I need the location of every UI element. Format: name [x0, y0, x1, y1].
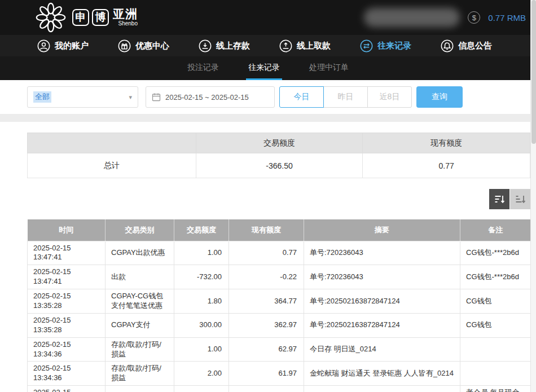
tab-betting-records[interactable]: 投注记录: [185, 56, 221, 80]
nav-item-deposit[interactable]: 线上存款: [199, 39, 250, 52]
summary-header-trade: 交易额度: [196, 133, 363, 153]
amount-cell: 58.00: [174, 386, 229, 392]
balance-cell: -0.22: [229, 265, 304, 289]
remark-cell: CG钱包: [460, 313, 531, 337]
chevron-down-icon: ▾: [129, 94, 132, 101]
currency-icon: $: [468, 11, 480, 24]
main-nav: 我的账户 优惠中心 线上存款 线上取款 往来记录 信息公告: [0, 35, 536, 56]
tab-transaction-records[interactable]: 往来记录: [246, 56, 282, 80]
nav-label: 信息公告: [458, 41, 492, 51]
sort-ascending-icon: [514, 193, 526, 205]
account-balance: 0.77 RMB: [488, 13, 526, 23]
balance-cell: 0.77: [229, 241, 304, 265]
sort-controls: [27, 189, 530, 209]
time-cell: 2025-02-15 13:34:36: [28, 337, 106, 362]
transactions-body: 2025-02-15 13:47:41CGPAY出款优惠1.000.77单号:7…: [28, 241, 531, 392]
brand-logo[interactable]: 申 博 亚洲 Shenbo: [35, 2, 138, 33]
nav-label: 优惠中心: [135, 41, 169, 51]
remark-cell: CG钱包: [460, 289, 531, 314]
header-time: 时间: [28, 219, 106, 241]
summary-cell: 今日存 明日送_0214: [304, 337, 460, 362]
blurred-username: [364, 8, 460, 27]
nav-item-withdraw[interactable]: 线上取款: [279, 39, 331, 52]
summary-header-row: 交易额度 现有额度: [28, 133, 530, 153]
calendar-icon: [152, 93, 161, 102]
summary-table: 交易额度 现有额度 总计 -366.50 0.77: [27, 133, 530, 178]
table-row: 2025-02-15 13:47:41CGPAY出款优惠1.000.77单号:7…: [28, 241, 531, 265]
scrollbar-thumb[interactable]: [531, 0, 536, 144]
remark-cell: 老会员 每月现金回馈: [460, 386, 531, 392]
category-cell: 存款/取款/打码/损益: [106, 362, 174, 386]
time-cell: 2025-02-15 13:35:28: [28, 289, 106, 314]
type-select[interactable]: 全部 ▾: [27, 86, 138, 108]
remark-cell: [460, 337, 531, 362]
summary-header-empty: [28, 133, 196, 153]
balance-cell: 362.97: [229, 313, 304, 337]
remark-cell: [460, 362, 531, 386]
bell-icon: [441, 39, 454, 52]
amount-cell: 1.80: [174, 289, 229, 314]
summary-cell: [304, 386, 460, 392]
summary-cell: 单号:202502163872847124: [304, 289, 460, 314]
summary-total-row: 总计 -366.50 0.77: [28, 153, 530, 178]
nav-label: 线上取款: [297, 41, 331, 51]
nav-item-my-account[interactable]: 我的账户: [37, 39, 89, 52]
sort-descending-button[interactable]: [489, 189, 509, 209]
summary-trade-total: -366.50: [196, 153, 363, 178]
nav-item-announcements[interactable]: 信息公告: [441, 39, 492, 52]
nav-item-transactions[interactable]: 往来记录: [360, 39, 411, 52]
summary-cell: 单号:202502163872847124: [304, 313, 460, 337]
table-row: 2025-02-15 13:35:28CGPAY-CG钱包支付笔笔送优惠1.80…: [28, 289, 531, 314]
amount-cell: 300.00: [174, 313, 229, 337]
nav-item-promotions[interactable]: 优惠中心: [118, 39, 169, 52]
balance-cell: 61.97: [229, 362, 304, 386]
table-row: 2025-02-15 13:35:28CGPAY支付300.00362.97单号…: [28, 313, 531, 337]
balance-cell: 59.97: [229, 386, 304, 392]
quick-date-group: 今日 昨日 近8日: [279, 86, 412, 108]
category-cell: 存款/取款/打码/损益: [106, 337, 174, 362]
category-cell: 活动优惠: [106, 386, 174, 392]
page-scrollbar[interactable]: [530, 0, 536, 392]
table-row: 2025-02-15 13:34:36存款/取款/打码/损益1.0062.97今…: [28, 337, 531, 362]
header-remark: 备注: [460, 219, 531, 241]
balance-cell: 364.77: [229, 289, 304, 314]
time-cell: 2025-02-15 13:34:36: [28, 362, 106, 386]
remark-cell: CG钱包-***2b6d: [460, 241, 531, 265]
date-range-input[interactable]: 2025-02-15 ~ 2025-02-15: [146, 86, 275, 108]
nav-label: 往来记录: [377, 41, 411, 51]
sort-ascending-button[interactable]: [510, 189, 530, 209]
table-row: 2025-02-15 13:34:33活动优惠58.0059.97老会员 每月现…: [28, 386, 531, 392]
deposit-icon: [199, 39, 212, 52]
summary-header-balance: 现有额度: [363, 133, 530, 153]
logo-char-shen: 申: [72, 9, 89, 26]
yesterday-button[interactable]: 昨日: [323, 86, 368, 108]
logo-en-text: Shenbo: [118, 20, 138, 27]
withdraw-icon: [279, 39, 292, 52]
header-category: 交易类别: [106, 219, 174, 241]
section-divider: [0, 114, 536, 122]
nav-label: 我的账户: [55, 41, 89, 51]
today-button[interactable]: 今日: [279, 86, 324, 108]
tab-pending-orders[interactable]: 处理中订单: [307, 56, 351, 80]
header-amount: 交易额度: [174, 219, 229, 241]
summary-cell: 单号:720236043: [304, 241, 460, 265]
balance-cell: 62.97: [229, 337, 304, 362]
logo-char-bo: 博: [92, 9, 109, 26]
summary-balance-total: 0.77: [363, 153, 530, 178]
category-cell: CGPAY-CG钱包支付笔笔送优惠: [106, 289, 174, 314]
summary-cell: 单号:720236043: [304, 265, 460, 289]
date-range-value: 2025-02-15 ~ 2025-02-15: [165, 93, 249, 102]
header-balance: 现有额度: [229, 219, 304, 241]
gift-icon: [118, 39, 131, 52]
summary-cell: 金蛇献瑞 财运通天 登录钜惠 人人皆有_0214: [304, 362, 460, 386]
table-row: 2025-02-15 13:47:41出款-732.00-0.22单号:7202…: [28, 265, 531, 289]
top-bar: 申 博 亚洲 Shenbo $ 0.77 RMB: [0, 0, 536, 35]
header-summary: 摘要: [304, 219, 460, 241]
category-cell: CGPAY出款优惠: [106, 241, 174, 265]
sort-descending-icon: [493, 193, 506, 205]
last-8-days-button[interactable]: 近8日: [367, 86, 412, 108]
time-cell: 2025-02-15 13:47:41: [28, 265, 106, 289]
records-icon: [360, 39, 373, 52]
search-button[interactable]: 查询: [416, 86, 463, 108]
category-cell: 出款: [106, 265, 174, 289]
